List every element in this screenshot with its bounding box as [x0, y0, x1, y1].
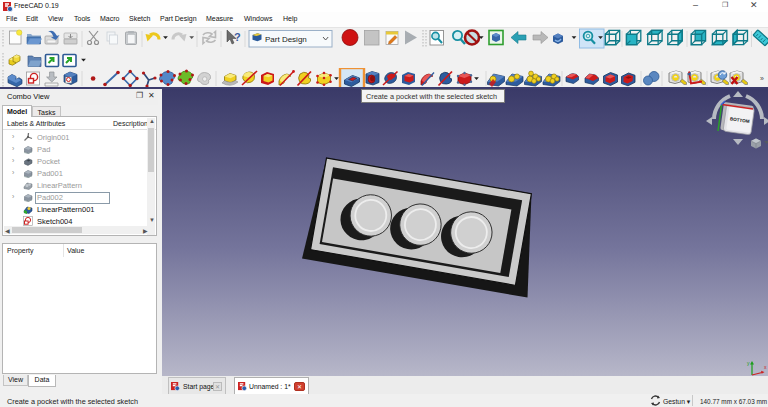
- svg-text:»: »: [760, 75, 764, 82]
- svg-text:y: y: [747, 360, 750, 366]
- svg-text:Part Design: Part Design: [265, 35, 307, 44]
- svg-text:?: ?: [234, 31, 241, 43]
- svg-text:x: x: [764, 364, 767, 370]
